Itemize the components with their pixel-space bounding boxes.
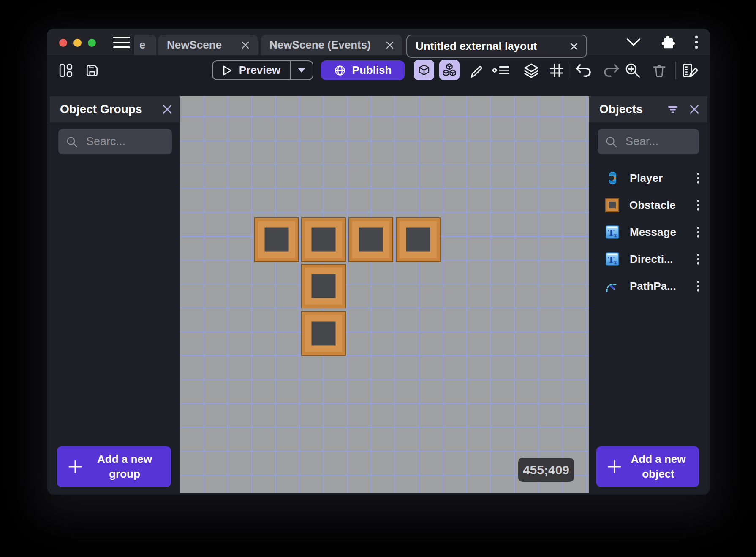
play-icon [222,65,232,76]
divider [568,62,568,79]
obstacle-instance[interactable] [301,217,346,262]
tabbar-actions [626,29,710,55]
objects-panel: Objects Player [589,96,707,493]
search-icon [66,136,78,148]
svg-text:T: T [608,254,614,265]
object-name: Directi... [630,253,686,266]
objects-header: Objects [589,96,707,122]
scene-canvas[interactable]: 455;409 [180,96,589,493]
add-group-button[interactable]: Add a new group [57,446,171,487]
panel-title: Objects [599,103,643,116]
hamburger-menu-icon[interactable] [113,37,130,48]
object-row-directions[interactable]: T x Directi... [589,246,707,273]
row-kebab-icon[interactable] [696,172,700,184]
tab-untitled-external-layout[interactable]: Untitled external layout [406,35,587,58]
chevron-down-icon[interactable] [626,38,641,47]
minimize-window-button[interactable] [73,39,82,47]
close-panel-icon[interactable] [690,105,699,114]
obstacle-icon [605,198,619,212]
cube-icon [417,63,431,77]
publish-button[interactable]: Publish [321,60,405,80]
app-window: e NewScene NewScene (Events) Untitled ex… [47,29,710,495]
search-input[interactable] [625,135,691,149]
instances-list-icon[interactable] [491,63,510,78]
objects-list: Player Obstacle T x Message [589,165,707,493]
objects-search[interactable] [598,129,699,154]
tab-label: NewScene (Events) [269,38,371,51]
text-object-icon: T x [605,252,620,266]
object-groups-panel: Object Groups Add a new group [50,96,180,493]
close-icon[interactable] [242,41,249,49]
row-kebab-icon[interactable] [696,226,700,238]
maximize-window-button[interactable] [88,39,96,47]
obstacle-instance[interactable] [348,217,393,262]
row-kebab-icon[interactable] [696,253,700,265]
redo-icon[interactable] [601,63,621,78]
close-icon[interactable] [570,43,578,50]
caret-down-icon [297,68,306,73]
svg-text:T: T [608,227,614,238]
object-groups-header: Object Groups [50,96,180,122]
preview-options-button[interactable] [291,68,313,73]
pencil-icon[interactable] [468,62,484,78]
text-object-icon: T x [605,225,620,239]
tab-label: e [139,38,145,51]
obstacle-instance[interactable] [301,311,346,356]
svg-text:x: x [614,232,617,238]
plus-icon [607,460,622,474]
obstacle-instance[interactable] [301,264,346,308]
project-manager-icon[interactable] [59,63,73,78]
object-row-pathpainter[interactable]: PathPa... [589,273,707,300]
trash-icon[interactable] [651,62,667,78]
player-icon [605,171,620,185]
close-window-button[interactable] [59,39,67,47]
object-row-message[interactable]: T x Message [589,219,707,246]
tab-hidden-partial[interactable]: e [134,35,156,55]
cursor-coordinates-badge: 455;409 [518,458,574,482]
object-row-obstacle[interactable]: Obstacle [589,192,707,219]
divider [675,62,676,79]
add-group-line1: Add a new [82,452,167,467]
search-icon [605,136,617,148]
close-panel-icon[interactable] [163,105,172,114]
tab-newscene-events[interactable]: NewScene (Events) [261,35,402,55]
add-group-line2: group [82,467,167,481]
obstacle-instance[interactable] [254,217,299,262]
tab-bar: e NewScene NewScene (Events) Untitled ex… [47,29,710,55]
object-name: Obstacle [629,199,686,212]
close-icon[interactable] [386,41,394,49]
add-object-line2: object [622,467,695,481]
panel-title: Object Groups [60,103,142,116]
tab-label: NewScene [167,38,222,51]
obstacle-instance[interactable] [396,217,441,262]
row-kebab-icon[interactable] [696,199,700,211]
search-input[interactable] [85,135,164,149]
object-name: PathPa... [630,280,686,293]
publish-label: Publish [352,64,392,77]
object-name: Player [630,172,686,185]
tab-label: Untitled external layout [416,40,537,53]
path-icon [605,279,620,293]
object-groups-search[interactable] [58,129,172,154]
object-name: Message [630,226,686,239]
row-kebab-icon[interactable] [696,280,700,292]
globe-icon [334,65,346,76]
cubes-button[interactable] [439,60,460,80]
edit-properties-icon[interactable] [682,62,699,78]
save-icon[interactable] [85,63,99,78]
svg-text:x: x [614,259,617,265]
zoom-in-icon[interactable] [625,62,641,78]
object-row-player[interactable]: Player [589,165,707,192]
cube-button[interactable] [414,60,434,80]
filter-icon[interactable] [667,104,679,114]
preview-label: Preview [239,64,280,77]
add-object-button[interactable]: Add a new object [596,446,699,487]
undo-icon[interactable] [574,63,593,78]
layers-icon[interactable] [521,62,542,79]
plus-icon [68,460,82,474]
preview-button[interactable]: Preview [212,60,313,80]
kebab-menu-icon[interactable] [694,35,699,49]
extensions-puzzle-icon[interactable] [661,35,675,49]
grid-icon[interactable] [549,62,565,78]
tab-newscene[interactable]: NewScene [158,35,258,55]
